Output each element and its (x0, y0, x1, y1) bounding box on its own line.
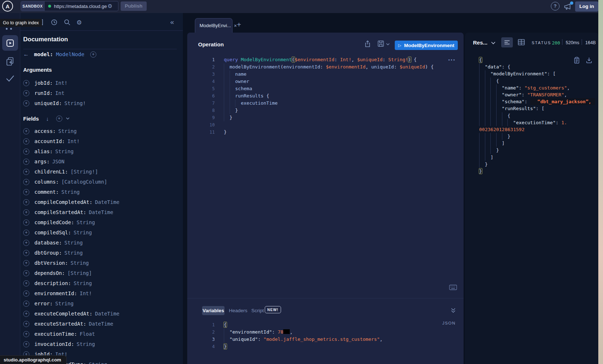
add-to-query-icon[interactable]: + (23, 138, 29, 145)
add-to-query-icon[interactable]: + (23, 301, 29, 307)
history-icon[interactable] (51, 19, 58, 26)
field-type[interactable]: String (74, 280, 92, 286)
add-to-query-icon[interactable]: + (23, 341, 29, 347)
add-to-query-icon[interactable]: + (23, 321, 29, 327)
field-type[interactable]: Int! (67, 138, 80, 144)
add-type-icon[interactable]: + (90, 51, 96, 58)
search-icon[interactable] (64, 19, 71, 26)
field-row[interactable]: +args:JSON (23, 156, 183, 167)
field-row[interactable]: +accountId:Int! (23, 136, 183, 146)
save-operation-icon[interactable] (377, 40, 384, 47)
variables-editor[interactable]: 1{2"environmentId": 78,3"uniqueId": "mod… (187, 321, 464, 350)
add-to-query-icon[interactable]: + (23, 240, 29, 246)
field-type[interactable]: Int (55, 90, 64, 96)
collapse-sidebar-icon[interactable]: « (170, 18, 174, 26)
field-type[interactable]: [CatalogColumn] (61, 179, 107, 185)
add-to-query-icon[interactable]: + (23, 128, 29, 134)
field-row[interactable]: +executionTime:Float (23, 329, 183, 339)
doc-type-link[interactable]: ModelNode (56, 51, 84, 57)
field-type[interactable]: Float (80, 331, 95, 337)
add-to-query-icon[interactable]: + (23, 209, 29, 216)
field-row[interactable]: +executeStartedAt:DateTime (23, 319, 183, 329)
share-operation-icon[interactable] (364, 40, 371, 47)
field-type[interactable]: Int! (80, 290, 92, 296)
add-to-query-icon[interactable]: + (23, 169, 29, 175)
add-to-query-icon[interactable]: + (23, 90, 29, 96)
add-to-query-icon[interactable]: + (23, 148, 29, 155)
field-type[interactable]: String (64, 250, 83, 256)
field-type[interactable]: [String] (67, 270, 92, 276)
new-tab-button[interactable]: + (237, 21, 241, 29)
field-row[interactable]: +dependsOn:[String] (23, 268, 183, 278)
tab-variables[interactable]: Variables (202, 306, 225, 315)
collapse-variables-icon[interactable] (451, 307, 456, 313)
field-row[interactable]: +childrenL1:[String!] (23, 167, 183, 177)
add-to-query-icon[interactable]: + (23, 311, 29, 317)
field-type[interactable]: String (64, 240, 83, 246)
argument-row[interactable]: +uniqueId:String! (23, 98, 179, 108)
field-type[interactable]: String (71, 260, 89, 266)
field-type[interactable]: Int! (55, 80, 68, 86)
argument-row[interactable]: +jobId:Int! (23, 78, 179, 88)
field-row[interactable]: +description:String (23, 278, 183, 288)
field-row[interactable]: +database:String (23, 238, 183, 248)
field-row[interactable]: +environmentId:Int! (23, 288, 183, 298)
add-to-query-icon[interactable]: + (23, 230, 29, 236)
tab-script[interactable]: Script (251, 308, 264, 313)
response-table-view-icon[interactable] (518, 39, 525, 45)
field-type[interactable]: DateTime (89, 209, 113, 215)
field-row[interactable]: +comment:String (23, 187, 183, 197)
add-to-query-icon[interactable]: + (23, 189, 29, 195)
run-operation-button[interactable]: ▷ ModelByEnvironment (395, 41, 458, 50)
add-all-fields-icon[interactable]: + (56, 116, 62, 122)
field-type[interactable]: DateTime (95, 199, 119, 205)
response-json-viewer[interactable]: {"data": {"modelByEnvironment": [{"name"… (465, 57, 598, 175)
field-row[interactable]: +invocationId:String (23, 339, 183, 349)
field-type[interactable]: String (58, 128, 77, 134)
keyboard-shortcuts-icon[interactable] (449, 285, 457, 290)
add-to-query-icon[interactable]: + (23, 260, 29, 266)
add-to-query-icon[interactable]: + (23, 290, 29, 297)
field-row[interactable]: +columns:[CatalogColumn] (23, 177, 183, 187)
response-raw-view-button[interactable] (501, 37, 513, 47)
endpoint-url-bar[interactable]: SANDBOX https://metadata.cloud.get ⚙ (21, 1, 118, 11)
field-type[interactable]: String (55, 301, 74, 306)
field-row[interactable]: +alias:String (23, 146, 183, 156)
field-type[interactable]: String (77, 219, 95, 225)
field-row[interactable]: +executeCompletedAt:DateTime (23, 309, 183, 319)
field-type[interactable]: [String!] (71, 169, 98, 175)
tab-headers[interactable]: Headers (229, 308, 247, 313)
add-to-query-icon[interactable]: + (23, 159, 29, 165)
add-to-query-icon[interactable]: + (23, 179, 29, 185)
add-to-query-icon[interactable]: + (23, 270, 29, 276)
save-options-chevron-icon[interactable] (386, 43, 390, 46)
field-row[interactable]: +error:String (23, 298, 183, 309)
field-type[interactable]: String (55, 148, 74, 154)
field-row[interactable]: +access:String (23, 126, 183, 136)
field-row[interactable]: +compileCompletedAt:DateTime (23, 197, 183, 207)
field-type[interactable]: JSON (52, 159, 64, 164)
sort-fields-icon[interactable]: ↓ (46, 116, 49, 122)
field-type[interactable]: String (61, 189, 80, 195)
add-to-query-icon[interactable]: + (23, 250, 29, 256)
collections-nav-icon[interactable] (5, 57, 15, 67)
field-row[interactable]: +compiledSql:String (23, 227, 183, 238)
login-button[interactable]: Log in (575, 1, 598, 12)
operation-tab[interactable]: ModelByEnvi... × (195, 18, 233, 33)
add-to-query-icon[interactable]: + (23, 219, 29, 226)
field-row[interactable]: +dbtVersion:String (23, 258, 183, 268)
add-to-query-icon[interactable]: + (23, 331, 29, 337)
back-arrow-icon[interactable]: ← (23, 51, 34, 58)
publish-button[interactable]: Publish (121, 1, 147, 11)
operation-editor[interactable]: 1query ModelByEnvironment($environmentId… (187, 56, 464, 136)
add-to-query-icon[interactable]: + (23, 100, 29, 106)
checks-nav-icon[interactable] (5, 75, 15, 83)
field-row[interactable]: +dbtGroup:String (23, 248, 183, 258)
add-to-query-icon[interactable]: + (23, 280, 29, 286)
field-row[interactable]: +compileStartedAt:DateTime (23, 207, 183, 217)
help-icon[interactable]: ? (551, 2, 560, 11)
field-type[interactable]: String (89, 361, 107, 364)
settings-gear-icon[interactable]: ⚙ (76, 19, 82, 26)
close-tab-icon[interactable]: × (234, 23, 237, 29)
add-to-query-icon[interactable]: + (23, 199, 29, 205)
